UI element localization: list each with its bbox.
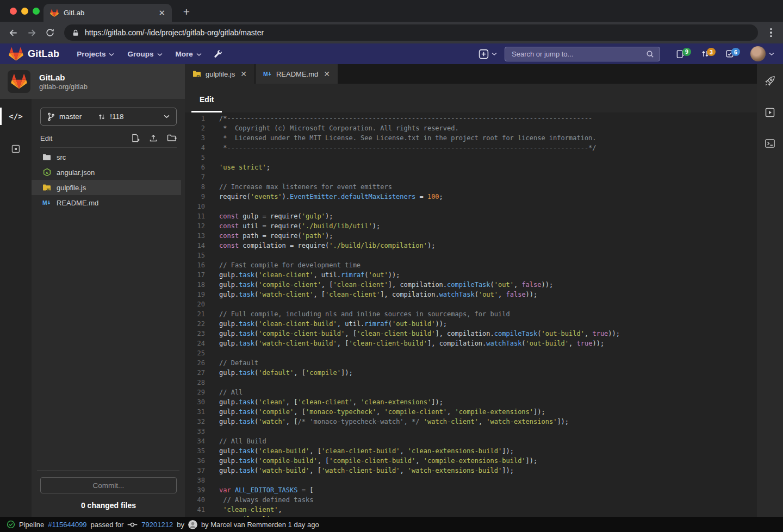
wrench-icon[interactable] [214, 49, 222, 58]
code-line[interactable]: 22gulp.task('clean-client-build', util.r… [185, 319, 757, 329]
browser-toolbar: https://gitlab.com/-/ide/project/gitlab-… [0, 22, 783, 43]
new-file-button[interactable] [131, 134, 140, 142]
code-line[interactable]: 12const util = require('./build/lib/util… [185, 221, 757, 231]
tab-edit-mode[interactable]: Edit [191, 95, 222, 112]
code-line[interactable]: 23gulp.task('compile-client-build', ['cl… [185, 329, 757, 339]
code-line[interactable]: 41 'clean-client', [185, 505, 757, 515]
code-line[interactable]: 20 [185, 299, 757, 309]
code-line[interactable]: 10 [185, 202, 757, 211]
code-line[interactable]: 28 [185, 378, 757, 387]
code-line[interactable]: 1/*-------------------------------------… [185, 114, 757, 123]
file-tree-item-README.md[interactable]: MREADME.md [32, 195, 181, 210]
code-line[interactable]: 30gulp.task('clean', ['clean-client', 'c… [185, 397, 757, 407]
code-line[interactable]: 34// All Build [185, 436, 757, 446]
close-window-button[interactable] [10, 8, 17, 15]
new-menu[interactable] [478, 49, 497, 59]
reload-button[interactable] [42, 25, 58, 40]
editor-tab-gulpfile.js[interactable]: JSgulpfile.js✕ [185, 64, 256, 84]
code-line[interactable]: 18gulp.task('compile-client', ['clean-cl… [185, 280, 757, 290]
issues-count-badge: 9 [682, 48, 691, 56]
code-line[interactable]: 32gulp.task('watch', [/* 'monaco-typeche… [185, 417, 757, 427]
line-text: gulp.task('clean-client', util.rimraf('o… [219, 270, 400, 280]
code-line[interactable]: 27gulp.task('default', ['compile']); [185, 368, 757, 378]
code-line[interactable]: 3 * Licensed under the MIT License. See … [185, 133, 757, 143]
code-line[interactable]: 35gulp.task('clean-build', ['clean-clien… [185, 446, 757, 456]
code-line[interactable]: 13const path = require('path'); [185, 231, 757, 241]
code-line[interactable]: 24gulp.task('watch-client-build', ['clea… [185, 339, 757, 348]
code-line[interactable]: 39var ALL_EDITOR_TASKS = [ [185, 485, 757, 495]
line-number: 18 [185, 280, 205, 290]
navbar-item-groups[interactable]: Groups [127, 50, 162, 58]
code-line[interactable]: 21// Full compile, including nls and inl… [185, 309, 757, 319]
new-tab-button[interactable]: + [179, 5, 194, 19]
code-line[interactable]: 17gulp.task('clean-client', util.rimraf(… [185, 270, 757, 280]
code-line[interactable]: 38 [185, 475, 757, 485]
review-mode-button[interactable] [0, 139, 32, 159]
code-line[interactable]: 11const gulp = require('gulp'); [185, 211, 757, 221]
upload-file-button[interactable] [149, 134, 158, 142]
file-tree-item-gulpfile.js[interactable]: JSgulpfile.js [32, 180, 181, 195]
code-line[interactable]: 37gulp.task('watch-build', ['watch-clien… [185, 466, 757, 475]
code-line[interactable]: 25 [185, 348, 757, 358]
file-name: gulpfile.js [57, 184, 86, 192]
file-tree-item-angular.json[interactable]: sangular.json [32, 165, 181, 180]
close-tab-icon[interactable]: ✕ [240, 70, 247, 78]
code-line[interactable]: 4 *-------------------------------------… [185, 143, 757, 153]
code-line[interactable]: 7 [185, 172, 757, 182]
line-number: 6 [185, 162, 205, 172]
gitlab-brand[interactable]: GitLab [9, 47, 59, 61]
code-line[interactable]: 16// Fast compile for development time [185, 260, 757, 270]
user-menu-chevron-icon[interactable] [769, 52, 774, 56]
pipelines-button[interactable] [764, 75, 776, 87]
author-avatar[interactable] [188, 520, 197, 529]
pipeline-id-link[interactable]: #115644099 [48, 521, 86, 529]
line-text: // All [219, 387, 243, 397]
commit-button[interactable]: Commit... [40, 477, 177, 493]
code-line[interactable]: 31gulp.task('compile', ['monaco-typechec… [185, 407, 757, 417]
search-input[interactable] [511, 49, 646, 59]
code-line[interactable]: 5 [185, 153, 757, 162]
line-text: // Always defined tasks [219, 495, 313, 505]
branch-selector[interactable]: master !118 [40, 108, 177, 126]
issues-button[interactable]: 9 [676, 49, 691, 59]
search-box[interactable] [505, 47, 660, 61]
code-line[interactable]: 8// Increase max listeners for event emi… [185, 182, 757, 192]
user-avatar[interactable] [750, 46, 766, 61]
code-line[interactable]: 6'use strict'; [185, 162, 757, 172]
forward-button[interactable] [24, 25, 39, 40]
minimize-window-button[interactable] [21, 8, 28, 15]
zoom-window-button[interactable] [33, 8, 40, 15]
code-line[interactable]: 26// Default [185, 358, 757, 368]
js-file-icon: JS [192, 70, 201, 78]
plus-square-icon [478, 49, 489, 59]
md-file-icon: M [42, 198, 51, 207]
code-editor[interactable]: 1/*-------------------------------------… [185, 112, 757, 517]
code-line[interactable]: 36gulp.task('compile-build', ['compile-c… [185, 456, 757, 466]
code-line[interactable]: 14const compilation = require('./build/l… [185, 241, 757, 251]
project-title: GitLab [39, 72, 88, 83]
back-button[interactable] [5, 25, 21, 40]
editor-tab-README.md[interactable]: MREADME.md✕ [256, 64, 339, 84]
browser-tab[interactable]: GitLab ✕ [44, 4, 172, 22]
url-bar[interactable]: https://gitlab.com/-/ide/project/gitlab-… [64, 24, 758, 41]
navbar-item-more[interactable]: More [176, 50, 202, 58]
code-line[interactable]: 9require('events').EventEmitter.defaultM… [185, 192, 757, 202]
browser-menu-button[interactable] [765, 26, 778, 40]
code-line[interactable]: 29// All [185, 387, 757, 397]
todos-button[interactable]: 6 [725, 49, 740, 58]
file-tree-item-src[interactable]: src [32, 149, 181, 165]
code-line[interactable]: 2 * Copyright (c) Microsoft Corporation.… [185, 123, 757, 133]
new-folder-button[interactable] [167, 134, 177, 142]
code-line[interactable]: 19gulp.task('watch-client', ['clean-clie… [185, 290, 757, 299]
commit-id-link[interactable]: 79201212 [141, 521, 173, 529]
code-line[interactable]: 40 // Always defined tasks [185, 495, 757, 505]
merge-requests-button[interactable]: 3 [701, 49, 716, 58]
terminal-button[interactable] [765, 138, 775, 149]
close-tab-icon[interactable]: ✕ [324, 70, 330, 78]
code-line[interactable]: 33 [185, 427, 757, 436]
navbar-item-projects[interactable]: Projects [77, 50, 114, 58]
live-preview-button[interactable] [765, 107, 775, 118]
code-line[interactable]: 15 [185, 251, 757, 260]
edit-mode-button[interactable]: </> [0, 107, 32, 126]
tab-close-icon[interactable]: ✕ [158, 9, 165, 17]
